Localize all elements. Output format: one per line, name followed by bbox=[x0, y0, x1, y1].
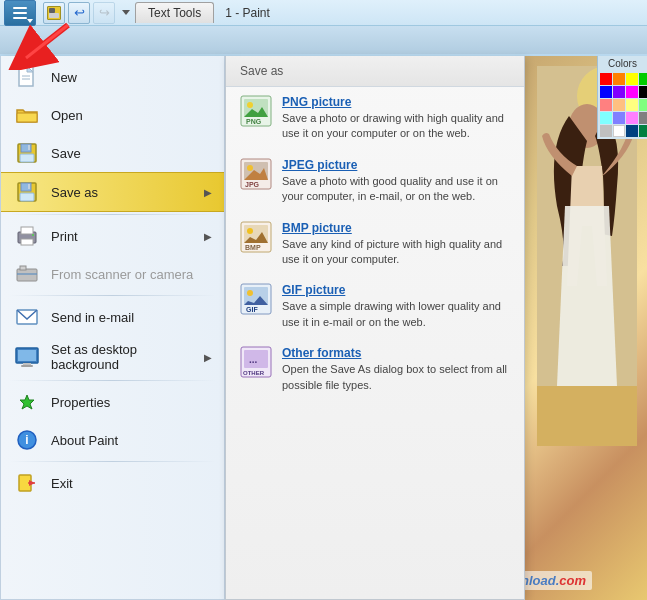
menu-item-email-label: Send in e-mail bbox=[51, 310, 212, 325]
png-format-icon: PNG bbox=[240, 95, 272, 127]
color-swatch-light-green[interactable] bbox=[639, 99, 647, 111]
svg-rect-22 bbox=[20, 266, 26, 270]
left-menu: New Open bbox=[0, 56, 225, 600]
svg-text:...: ... bbox=[249, 354, 258, 365]
svg-point-34 bbox=[247, 102, 253, 108]
color-swatch-yellow[interactable] bbox=[626, 73, 638, 85]
quick-save-button[interactable] bbox=[43, 2, 65, 24]
text-tools-tab[interactable]: Text Tools bbox=[135, 2, 214, 23]
color-swatch-black[interactable] bbox=[639, 86, 647, 98]
redo-button[interactable]: ↪ bbox=[93, 2, 115, 24]
undo-button[interactable]: ↪ bbox=[68, 2, 90, 24]
app-header: ↪ ↪ Text Tools 1 - Paint bbox=[0, 0, 647, 56]
color-swatch-dark-green[interactable] bbox=[639, 125, 647, 137]
save-option-other-desc: Open the Save As dialog box to select fr… bbox=[282, 362, 510, 393]
color-swatch-red[interactable] bbox=[600, 73, 612, 85]
svg-point-44 bbox=[247, 228, 253, 234]
menu-separator-2 bbox=[9, 295, 216, 296]
menu-item-new-label: New bbox=[51, 70, 212, 85]
menu-item-exit[interactable]: Exit bbox=[1, 464, 224, 502]
color-swatch-light-yellow[interactable] bbox=[626, 99, 638, 111]
canvas-area: Colors bbox=[525, 56, 647, 600]
color-swatch-cyan[interactable] bbox=[600, 112, 612, 124]
watermark: Download.com bbox=[525, 571, 592, 590]
colors-panel: Colors bbox=[597, 56, 647, 139]
chevron-down-icon bbox=[122, 10, 130, 15]
scanner-icon bbox=[13, 261, 41, 287]
svg-text:i: i bbox=[25, 433, 28, 447]
svg-rect-10 bbox=[28, 145, 30, 150]
save-option-jpeg-title: JPEG picture bbox=[282, 158, 510, 172]
email-icon bbox=[13, 304, 41, 330]
color-swatch-light-magenta[interactable] bbox=[626, 112, 638, 124]
about-icon: i bbox=[13, 427, 41, 453]
save-option-gif[interactable]: GIF GIF picture Save a simple drawing wi… bbox=[226, 275, 524, 338]
svg-point-39 bbox=[247, 165, 253, 171]
svg-rect-19 bbox=[32, 234, 34, 236]
svg-text:BMP: BMP bbox=[245, 244, 261, 251]
color-swatch-pink[interactable] bbox=[600, 99, 612, 111]
save-as-panel: Save as PNG PNG picture Save a photo or … bbox=[225, 56, 525, 600]
menu-item-scanner: From scanner or camera bbox=[1, 255, 224, 293]
menu-item-exit-label: Exit bbox=[51, 476, 212, 491]
watermark-suffix: com bbox=[559, 573, 586, 588]
menu-item-print-label: Print bbox=[51, 229, 194, 244]
redo-icon: ↪ bbox=[99, 5, 110, 20]
menu-button[interactable] bbox=[4, 0, 36, 26]
menu-item-desktop[interactable]: Set as desktop background ▶ bbox=[1, 336, 224, 378]
svg-point-49 bbox=[247, 290, 253, 296]
save-option-other[interactable]: ... OTHER Other formats Open the Save As… bbox=[226, 338, 524, 401]
color-swatch-peach[interactable] bbox=[613, 99, 625, 111]
save-option-other-text: Other formats Open the Save As dialog bo… bbox=[282, 346, 510, 393]
save-option-bmp-title: BMP picture bbox=[282, 221, 510, 235]
color-swatch-dark-blue[interactable] bbox=[626, 125, 638, 137]
menu-item-save[interactable]: Save bbox=[1, 134, 224, 172]
menu-item-properties[interactable]: Properties bbox=[1, 383, 224, 421]
jpeg-format-icon: JPG bbox=[240, 158, 272, 190]
color-swatch-white[interactable] bbox=[613, 125, 625, 137]
color-swatch-blue[interactable] bbox=[600, 86, 612, 98]
open-folder-icon bbox=[13, 102, 41, 128]
svg-rect-11 bbox=[20, 154, 34, 162]
menu-item-properties-label: Properties bbox=[51, 395, 212, 410]
color-swatch-purple[interactable] bbox=[613, 86, 625, 98]
svg-rect-18 bbox=[21, 239, 33, 245]
menu-item-scanner-label: From scanner or camera bbox=[51, 267, 212, 282]
save-option-bmp[interactable]: BMP BMP picture Save any kind of picture… bbox=[226, 213, 524, 276]
save-option-jpeg[interactable]: JPG JPEG picture Save a photo with good … bbox=[226, 150, 524, 213]
save-option-gif-title: GIF picture bbox=[282, 283, 510, 297]
svg-text:PNG: PNG bbox=[246, 118, 262, 125]
save-option-png-desc: Save a photo or drawing with high qualit… bbox=[282, 111, 510, 142]
menu-item-save-as[interactable]: Save as ▶ bbox=[1, 172, 224, 212]
color-swatch-green[interactable] bbox=[639, 73, 647, 85]
desktop-icon bbox=[13, 344, 41, 370]
new-document-icon bbox=[13, 64, 41, 90]
menu-item-email[interactable]: Send in e-mail bbox=[1, 298, 224, 336]
colors-label: Colors bbox=[597, 56, 647, 71]
color-swatch-light-blue[interactable] bbox=[613, 112, 625, 124]
color-swatch-orange[interactable] bbox=[613, 73, 625, 85]
color-swatches-grid bbox=[597, 71, 647, 139]
quick-access-dropdown-button[interactable] bbox=[118, 2, 132, 24]
color-swatch-gray[interactable] bbox=[639, 112, 647, 124]
save-option-bmp-text: BMP picture Save any kind of picture wit… bbox=[282, 221, 510, 268]
save-option-png-text: PNG picture Save a photo or drawing with… bbox=[282, 95, 510, 142]
save-option-png[interactable]: PNG PNG picture Save a photo or drawing … bbox=[226, 87, 524, 150]
menu-item-new[interactable]: New bbox=[1, 56, 224, 96]
menu-item-about[interactable]: i About Paint bbox=[1, 421, 224, 459]
svg-rect-14 bbox=[28, 184, 30, 189]
desktop-submenu-arrow: ▶ bbox=[204, 352, 212, 363]
menu-separator-4 bbox=[9, 461, 216, 462]
save-option-bmp-desc: Save any kind of picture with high quali… bbox=[282, 237, 510, 268]
properties-icon bbox=[13, 389, 41, 415]
save-option-jpeg-desc: Save a photo with good quality and use i… bbox=[282, 174, 510, 205]
svg-rect-17 bbox=[21, 227, 33, 234]
menu-separator-1 bbox=[9, 214, 216, 215]
svg-text:OTHER: OTHER bbox=[243, 370, 265, 376]
color-swatch-magenta[interactable] bbox=[626, 86, 638, 98]
other-formats-icon: ... OTHER bbox=[240, 346, 272, 378]
menu-item-print[interactable]: Print ▶ bbox=[1, 217, 224, 255]
svg-rect-15 bbox=[20, 193, 34, 201]
menu-item-open[interactable]: Open bbox=[1, 96, 224, 134]
color-swatch-light-gray[interactable] bbox=[600, 125, 612, 137]
